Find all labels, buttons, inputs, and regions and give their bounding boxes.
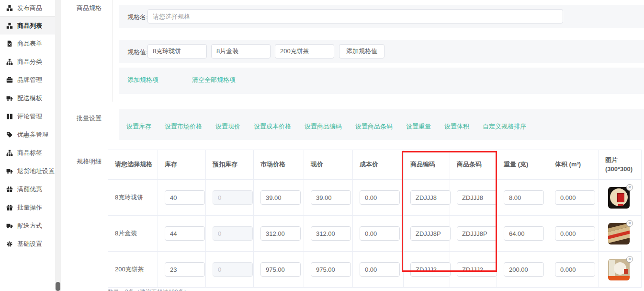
sidebar-item[interactable]: 发布商品 — [0, 0, 55, 16]
weight-input[interactable] — [504, 226, 544, 241]
weight-input[interactable] — [504, 190, 544, 205]
image-cell — [599, 216, 642, 252]
table-cell — [206, 180, 254, 216]
sitemap-icon — [6, 58, 13, 65]
batch-setting-link[interactable]: 设置重量 — [406, 122, 431, 131]
sidebar-item[interactable]: 评论管理 — [0, 107, 55, 126]
batch-setting-link[interactable]: 设置库存 — [126, 122, 151, 131]
table-cell — [450, 180, 497, 216]
batch-setting-link[interactable]: 设置商品编码 — [305, 122, 342, 131]
stock-input[interactable] — [165, 226, 205, 241]
table-cell — [254, 252, 304, 288]
sidebar-item[interactable]: 商品分类 — [0, 53, 55, 71]
spec-value-panel: 规格值: 添加规格值 — [119, 40, 644, 63]
remove-image-icon[interactable] — [626, 220, 633, 227]
market-price-input[interactable] — [260, 262, 301, 277]
sidebar-item-label: 配送模板 — [17, 94, 42, 103]
table-cell — [404, 216, 450, 252]
volume-input[interactable] — [555, 262, 595, 277]
remove-image-icon[interactable] — [626, 184, 633, 191]
sidebar-item[interactable]: 批量操作 — [0, 198, 55, 217]
sidebar-item-label: 发布商品 — [17, 4, 42, 12]
sidebar-item-label: 商品表单 — [17, 39, 42, 48]
remove-image-icon[interactable] — [626, 256, 633, 263]
sidebar-item[interactable]: 基础设置 — [0, 235, 55, 253]
truck-icon — [6, 168, 13, 175]
cost-price-input[interactable] — [360, 190, 400, 205]
table-cell — [404, 252, 450, 288]
batch-setting-link[interactable]: 设置体积 — [444, 122, 469, 131]
wooden-box-image[interactable] — [608, 223, 630, 244]
sidebar-item-label: 评论管理 — [17, 112, 42, 121]
volume-input[interactable] — [555, 226, 595, 241]
sidebar-scrollbar-thumb[interactable] — [56, 282, 60, 291]
current-price-input[interactable] — [311, 262, 351, 277]
table-cell — [450, 252, 497, 288]
tea-cake-black-image[interactable] — [608, 187, 630, 209]
cost-price-input[interactable] — [360, 262, 400, 277]
market-price-input[interactable] — [260, 226, 301, 241]
spec-name-cell: 8片盒装 — [108, 216, 158, 252]
cubes-icon — [6, 23, 13, 29]
table-header-row: 请您选择规格库存预扣库存市场价格现价成本价商品编码商品条码重量 (克)体积 (m… — [108, 150, 642, 180]
sidebar-item[interactable]: 配送方式 — [0, 217, 55, 235]
add-spec-item-link[interactable]: 添加规格项 — [127, 76, 158, 84]
sidebar-item-label: 优惠券管理 — [17, 130, 48, 139]
table-cell — [206, 252, 254, 288]
clear-all-spec-link[interactable]: 清空全部规格项 — [192, 76, 236, 84]
batch-setting-link[interactable]: 设置市场价格 — [165, 122, 202, 131]
product-barcode-input[interactable] — [457, 190, 497, 205]
batch-setting-link[interactable]: 自定义规格排序 — [483, 122, 526, 131]
table-cell — [450, 216, 497, 252]
volume-input[interactable] — [555, 190, 595, 205]
market-price-input[interactable] — [260, 190, 301, 205]
table-cell — [548, 216, 599, 252]
table-cell — [254, 180, 304, 216]
spec-name-label: 规格名: — [127, 13, 148, 22]
stock-input[interactable] — [165, 262, 205, 277]
sidebar-item[interactable]: 商品表单 — [0, 35, 55, 53]
table-cell — [497, 180, 548, 216]
batch-setting-link[interactable]: 设置商品条码 — [355, 122, 393, 131]
product-barcode-input[interactable] — [457, 226, 497, 241]
batch-setting-link[interactable]: 设置成本价格 — [254, 122, 291, 131]
product-code-input[interactable] — [410, 226, 451, 241]
table-cell — [304, 180, 353, 216]
spec-value-input[interactable] — [211, 44, 271, 58]
sidebar-item[interactable]: 商品标签 — [0, 144, 55, 162]
spec-name-panel: 规格名: — [119, 5, 644, 28]
product-code-input[interactable] — [410, 262, 451, 277]
weight-input[interactable] — [504, 262, 544, 277]
batch-setting-link[interactable]: 设置现价 — [215, 122, 240, 131]
sidebar-item[interactable]: 优惠券管理 — [0, 126, 55, 144]
product-code-input[interactable] — [410, 190, 451, 205]
sidebar-item-label: 商品标签 — [17, 149, 42, 157]
row-count-text: 数量：3条（建议不超过100条） — [108, 288, 190, 291]
table-header-cell: 图片 (300*300) — [599, 150, 642, 180]
stock-input[interactable] — [165, 190, 205, 205]
spec-value-input[interactable] — [147, 44, 207, 58]
truck-icon — [6, 222, 13, 229]
spec-links-panel: 添加规格项 清空全部规格项 — [119, 68, 644, 94]
sidebar-item[interactable]: 品牌管理 — [0, 71, 55, 89]
table-header-cell: 库存 — [158, 150, 206, 180]
cost-price-input[interactable] — [360, 226, 400, 241]
sidebar-item[interactable]: 商品列表 — [0, 16, 55, 35]
spec-value-input[interactable] — [275, 44, 334, 58]
add-spec-value-button[interactable]: 添加规格值 — [339, 44, 384, 58]
table-cell — [497, 252, 548, 288]
table-header-cell: 商品条码 — [450, 150, 497, 180]
current-price-input[interactable] — [311, 190, 351, 205]
table-header-cell: 商品编码 — [404, 150, 450, 180]
tag-icon — [6, 131, 13, 138]
withhold-stock-input — [213, 190, 253, 205]
tea-cake-stand-image[interactable] — [608, 259, 630, 280]
spec-name-input[interactable] — [147, 9, 563, 23]
current-price-input[interactable] — [311, 226, 351, 241]
sidebar-item[interactable]: 满额优惠 — [0, 180, 55, 198]
sidebar-item[interactable]: 配送模板 — [0, 89, 55, 107]
product-barcode-input[interactable] — [457, 262, 497, 277]
columns-icon — [6, 113, 13, 120]
sidebar-item[interactable]: 退货地址设置 — [0, 162, 55, 180]
sidebar-item-label: 批量操作 — [17, 203, 42, 212]
